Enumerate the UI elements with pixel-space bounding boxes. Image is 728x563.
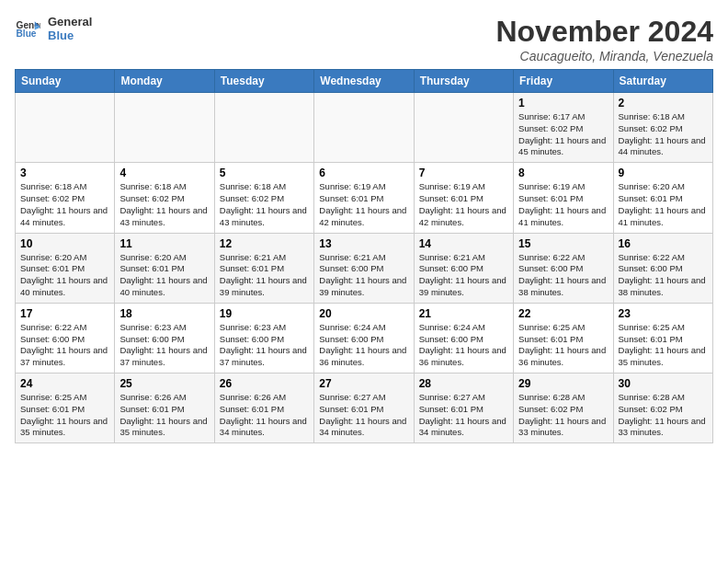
calendar-cell: 29Sunrise: 6:28 AMSunset: 6:02 PMDayligh… [514, 373, 613, 443]
weekday-header-friday: Friday [514, 70, 613, 93]
day-number: 7 [419, 167, 508, 179]
day-info: Sunrise: 6:22 AMSunset: 6:00 PMDaylight:… [518, 252, 608, 299]
week-row-1: 1Sunrise: 6:17 AMSunset: 6:02 PMDaylight… [16, 93, 713, 163]
week-row-4: 17Sunrise: 6:22 AMSunset: 6:00 PMDayligh… [16, 303, 713, 373]
svg-text:Blue: Blue [17, 29, 37, 39]
day-number: 25 [119, 377, 209, 390]
day-number: 18 [119, 307, 209, 320]
day-number: 6 [319, 167, 408, 179]
calendar-cell [414, 93, 513, 163]
calendar-cell: 27Sunrise: 6:27 AMSunset: 6:01 PMDayligh… [314, 373, 414, 443]
day-number: 8 [518, 167, 608, 179]
day-number: 1 [518, 97, 608, 109]
calendar-cell: 14Sunrise: 6:21 AMSunset: 6:00 PMDayligh… [414, 233, 513, 303]
day-info: Sunrise: 6:21 AMSunset: 6:00 PMDaylight:… [319, 252, 408, 299]
day-number: 26 [220, 377, 309, 390]
calendar-cell: 10Sunrise: 6:20 AMSunset: 6:01 PMDayligh… [16, 233, 115, 303]
calendar-cell: 30Sunrise: 6:28 AMSunset: 6:02 PMDayligh… [613, 373, 712, 443]
calendar-cell: 7Sunrise: 6:19 AMSunset: 6:01 PMDaylight… [414, 163, 513, 233]
day-info: Sunrise: 6:23 AMSunset: 6:00 PMDaylight:… [220, 322, 309, 369]
weekday-header-tuesday: Tuesday [214, 70, 313, 93]
weekday-header-wednesday: Wednesday [314, 70, 414, 93]
calendar-cell: 26Sunrise: 6:26 AMSunset: 6:01 PMDayligh… [214, 373, 313, 443]
weekday-header-thursday: Thursday [414, 70, 513, 93]
calendar-cell: 20Sunrise: 6:24 AMSunset: 6:00 PMDayligh… [314, 303, 414, 373]
day-number: 15 [518, 237, 608, 250]
title-block: November 2024 Caucagueito, Miranda, Vene… [495, 15, 713, 63]
calendar-cell: 4Sunrise: 6:18 AMSunset: 6:02 PMDaylight… [115, 163, 214, 233]
calendar-cell [115, 93, 214, 163]
calendar-cell: 19Sunrise: 6:23 AMSunset: 6:00 PMDayligh… [214, 303, 313, 373]
calendar-cell: 12Sunrise: 6:21 AMSunset: 6:01 PMDayligh… [214, 233, 313, 303]
day-info: Sunrise: 6:24 AMSunset: 6:00 PMDaylight:… [319, 322, 408, 369]
calendar-cell: 25Sunrise: 6:26 AMSunset: 6:01 PMDayligh… [115, 373, 214, 443]
calendar-cell: 8Sunrise: 6:19 AMSunset: 6:01 PMDaylight… [514, 163, 613, 233]
logo-icon: General Blue [15, 16, 40, 41]
calendar-cell: 24Sunrise: 6:25 AMSunset: 6:01 PMDayligh… [16, 373, 115, 443]
week-row-2: 3Sunrise: 6:18 AMSunset: 6:02 PMDaylight… [16, 163, 713, 233]
calendar-cell: 23Sunrise: 6:25 AMSunset: 6:01 PMDayligh… [613, 303, 712, 373]
calendar-table: SundayMondayTuesdayWednesdayThursdayFrid… [15, 69, 713, 443]
day-number: 9 [619, 167, 708, 179]
calendar-cell: 16Sunrise: 6:22 AMSunset: 6:00 PMDayligh… [613, 233, 712, 303]
day-info: Sunrise: 6:20 AMSunset: 6:01 PMDaylight:… [619, 181, 708, 228]
day-info: Sunrise: 6:25 AMSunset: 6:01 PMDaylight:… [619, 322, 708, 369]
day-number: 3 [20, 167, 109, 179]
calendar-cell: 6Sunrise: 6:19 AMSunset: 6:01 PMDaylight… [314, 163, 414, 233]
day-number: 12 [220, 237, 309, 250]
calendar-cell: 18Sunrise: 6:23 AMSunset: 6:00 PMDayligh… [115, 303, 214, 373]
day-number: 14 [419, 237, 508, 250]
calendar-cell: 11Sunrise: 6:20 AMSunset: 6:01 PMDayligh… [115, 233, 214, 303]
day-number: 27 [319, 377, 408, 390]
calendar-cell: 1Sunrise: 6:17 AMSunset: 6:02 PMDaylight… [514, 93, 613, 163]
calendar-cell: 5Sunrise: 6:18 AMSunset: 6:02 PMDaylight… [214, 163, 313, 233]
day-info: Sunrise: 6:19 AMSunset: 6:01 PMDaylight:… [518, 181, 608, 228]
weekday-header-saturday: Saturday [613, 70, 712, 93]
calendar-cell: 15Sunrise: 6:22 AMSunset: 6:00 PMDayligh… [514, 233, 613, 303]
day-number: 22 [518, 307, 608, 320]
day-info: Sunrise: 6:20 AMSunset: 6:01 PMDaylight:… [119, 252, 209, 299]
day-number: 24 [20, 377, 109, 390]
day-info: Sunrise: 6:18 AMSunset: 6:02 PMDaylight:… [220, 181, 309, 228]
day-info: Sunrise: 6:25 AMSunset: 6:01 PMDaylight:… [20, 392, 109, 439]
day-info: Sunrise: 6:20 AMSunset: 6:01 PMDaylight:… [20, 252, 109, 299]
day-info: Sunrise: 6:27 AMSunset: 6:01 PMDaylight:… [319, 392, 408, 439]
weekday-header-row: SundayMondayTuesdayWednesdayThursdayFrid… [16, 70, 713, 93]
logo-text-general: General [48, 15, 92, 29]
day-info: Sunrise: 6:24 AMSunset: 6:00 PMDaylight:… [419, 322, 508, 369]
day-info: Sunrise: 6:21 AMSunset: 6:00 PMDaylight:… [419, 252, 508, 299]
day-info: Sunrise: 6:22 AMSunset: 6:00 PMDaylight:… [20, 322, 109, 369]
logo-text-blue: Blue [48, 29, 92, 42]
day-number: 21 [419, 307, 508, 320]
week-row-5: 24Sunrise: 6:25 AMSunset: 6:01 PMDayligh… [16, 373, 713, 443]
day-info: Sunrise: 6:22 AMSunset: 6:00 PMDaylight:… [619, 252, 708, 299]
day-number: 2 [619, 97, 708, 109]
day-info: Sunrise: 6:28 AMSunset: 6:02 PMDaylight:… [518, 392, 608, 439]
calendar-cell: 9Sunrise: 6:20 AMSunset: 6:01 PMDaylight… [613, 163, 712, 233]
logo: General Blue General Blue [15, 15, 92, 42]
day-info: Sunrise: 6:21 AMSunset: 6:01 PMDaylight:… [220, 252, 309, 299]
day-info: Sunrise: 6:28 AMSunset: 6:02 PMDaylight:… [619, 392, 708, 439]
day-info: Sunrise: 6:17 AMSunset: 6:02 PMDaylight:… [518, 111, 608, 158]
day-info: Sunrise: 6:26 AMSunset: 6:01 PMDaylight:… [220, 392, 309, 439]
calendar-cell [314, 93, 414, 163]
day-info: Sunrise: 6:23 AMSunset: 6:00 PMDaylight:… [119, 322, 209, 369]
day-info: Sunrise: 6:19 AMSunset: 6:01 PMDaylight:… [319, 181, 408, 228]
calendar-cell [16, 93, 115, 163]
day-number: 10 [20, 237, 109, 250]
day-number: 13 [319, 237, 408, 250]
page-header: General Blue General Blue November 2024 … [15, 15, 713, 63]
day-info: Sunrise: 6:26 AMSunset: 6:01 PMDaylight:… [119, 392, 209, 439]
day-number: 5 [220, 167, 309, 179]
location-subtitle: Caucagueito, Miranda, Venezuela [495, 49, 713, 63]
day-info: Sunrise: 6:18 AMSunset: 6:02 PMDaylight:… [119, 181, 209, 228]
day-number: 28 [419, 377, 508, 390]
calendar-cell: 17Sunrise: 6:22 AMSunset: 6:00 PMDayligh… [16, 303, 115, 373]
day-number: 30 [619, 377, 708, 390]
calendar-cell: 22Sunrise: 6:25 AMSunset: 6:01 PMDayligh… [514, 303, 613, 373]
day-number: 20 [319, 307, 408, 320]
calendar-cell: 21Sunrise: 6:24 AMSunset: 6:00 PMDayligh… [414, 303, 513, 373]
day-number: 4 [119, 167, 209, 179]
calendar-cell: 13Sunrise: 6:21 AMSunset: 6:00 PMDayligh… [314, 233, 414, 303]
day-number: 17 [20, 307, 109, 320]
